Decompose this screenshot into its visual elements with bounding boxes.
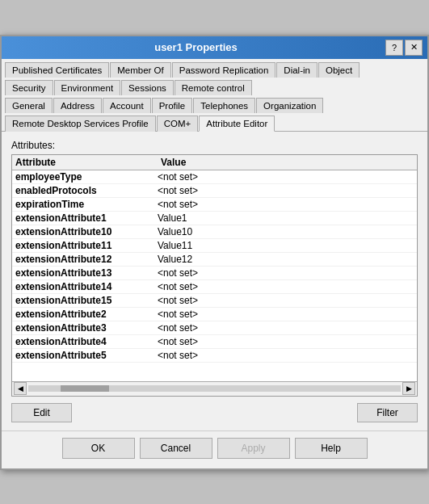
attribute-name: extensionAttribute3	[15, 322, 158, 334]
table-row[interactable]: extensionAttribute14<not set>	[12, 280, 417, 294]
attribute-value: Value10	[158, 226, 414, 237]
tab-organization[interactable]: Organization	[256, 98, 323, 113]
attribute-name: expirationTime	[15, 199, 158, 210]
scroll-track[interactable]	[28, 385, 401, 392]
tab-rdp[interactable]: Remote Desktop Services Profile	[5, 116, 156, 132]
attribute-value: <not set>	[158, 309, 414, 320]
attribute-name: extensionAttribute13	[15, 267, 158, 279]
attribute-name: enabledProtocols	[15, 185, 158, 196]
table-row[interactable]: extensionAttribute12Value12	[12, 253, 417, 267]
content-area: Attributes: Attribute Value employeeType…	[2, 132, 427, 430]
attribute-name: extensionAttribute5	[15, 350, 158, 361]
tab-account[interactable]: Account	[103, 98, 151, 113]
tab-dial-in[interactable]: Dial-in	[276, 62, 318, 78]
scroll-right-button[interactable]: ▶	[402, 382, 415, 395]
attribute-value: Value1	[158, 212, 414, 224]
scroll-thumb[interactable]	[61, 385, 109, 392]
close-title-button[interactable]: ✕	[405, 40, 423, 56]
attribute-value: Value12	[158, 254, 414, 265]
title-bar: user1 Properties ? ✕	[2, 36, 427, 59]
table-row[interactable]: extensionAttribute11Value11	[12, 239, 417, 253]
tab-sessions[interactable]: Sessions	[121, 80, 174, 95]
tab-member-of[interactable]: Member Of	[110, 62, 171, 78]
edit-button[interactable]: Edit	[11, 403, 72, 422]
attribute-value: <not set>	[158, 281, 414, 292]
table-row[interactable]: extensionAttribute5<not set>	[12, 349, 417, 363]
tab-row-3: General Address Account Profile Telephon…	[2, 94, 427, 112]
tab-row-4: Remote Desktop Services Profile COM+ Att…	[2, 112, 427, 131]
footer-row: OK Cancel Apply Help	[2, 430, 427, 468]
attribute-name: extensionAttribute15	[15, 295, 158, 306]
scroll-left-button[interactable]: ◀	[14, 382, 27, 395]
tab-profile[interactable]: Profile	[152, 98, 193, 113]
table-row[interactable]: extensionAttribute2<not set>	[12, 308, 417, 321]
filter-button[interactable]: Filter	[357, 403, 418, 422]
tab-security[interactable]: Security	[5, 80, 53, 95]
attribute-name: extensionAttribute11	[15, 240, 158, 251]
attribute-value: <not set>	[158, 295, 414, 306]
tab-object[interactable]: Object	[318, 62, 360, 78]
attribute-value: <not set>	[158, 336, 414, 347]
attribute-name: extensionAttribute4	[15, 336, 158, 347]
table-row[interactable]: extensionAttribute1Value1	[12, 212, 417, 225]
table-row[interactable]: extensionAttribute15<not set>	[12, 294, 417, 308]
attribute-name: extensionAttribute14	[15, 281, 158, 292]
attributes-scroll[interactable]: employeeType<not set>enabledProtocols<no…	[12, 170, 417, 381]
attribute-name: extensionAttribute2	[15, 309, 158, 320]
tab-published-certificates[interactable]: Published Certificates	[5, 62, 109, 78]
value-column-header: Value	[161, 157, 414, 168]
attr-button-row: Edit Filter	[11, 403, 418, 422]
table-row[interactable]: extensionAttribute13<not set>	[12, 267, 417, 280]
tab-row-2: Security Environment Sessions Remote con…	[2, 77, 427, 94]
table-row[interactable]: expirationTime<not set>	[12, 198, 417, 212]
window-title: user1 Properties	[6, 41, 385, 53]
attribute-name: extensionAttribute12	[15, 254, 158, 265]
ok-button[interactable]: OK	[62, 438, 135, 459]
tab-address[interactable]: Address	[53, 98, 102, 113]
table-row[interactable]: extensionAttribute3<not set>	[12, 321, 417, 335]
tab-com[interactable]: COM+	[157, 116, 199, 132]
attribute-name: extensionAttribute1	[15, 212, 158, 224]
apply-button[interactable]: Apply	[217, 438, 290, 459]
tab-telephones[interactable]: Telephones	[193, 98, 255, 113]
cancel-button[interactable]: Cancel	[140, 438, 212, 459]
tab-general[interactable]: General	[5, 98, 53, 113]
help-title-button[interactable]: ?	[385, 40, 403, 56]
table-row[interactable]: extensionAttribute10Value10	[12, 225, 417, 239]
attribute-name: employeeType	[15, 171, 158, 183]
table-row[interactable]: employeeType<not set>	[12, 170, 417, 184]
attributes-label: Attributes:	[11, 140, 418, 151]
tab-remote-control[interactable]: Remote control	[175, 80, 252, 95]
attribute-value: <not set>	[158, 267, 414, 279]
attributes-box: Attribute Value employeeType<not set>ena…	[11, 154, 418, 397]
attribute-name: extensionAttribute10	[15, 226, 158, 237]
attribute-value: <not set>	[158, 199, 414, 210]
tab-container: Published Certificates Member Of Passwor…	[2, 59, 427, 132]
attribute-value: <not set>	[158, 171, 414, 183]
attribute-value: <not set>	[158, 185, 414, 196]
table-row[interactable]: enabledProtocols<not set>	[12, 184, 417, 198]
help-button[interactable]: Help	[295, 438, 368, 459]
attribute-value: <not set>	[158, 322, 414, 334]
attribute-value: <not set>	[158, 350, 414, 361]
attribute-value: Value11	[158, 240, 414, 251]
properties-window: user1 Properties ? ✕ Published Certifica…	[0, 35, 429, 470]
attributes-header: Attribute Value	[12, 155, 417, 170]
attribute-column-header: Attribute	[15, 157, 161, 168]
title-controls: ? ✕	[385, 40, 423, 56]
tab-environment[interactable]: Environment	[54, 80, 121, 95]
tab-row-1: Published Certificates Member Of Passwor…	[2, 59, 427, 77]
tab-password-replication[interactable]: Password Replication	[172, 62, 276, 78]
horizontal-scrollbar[interactable]: ◀ ▶	[12, 381, 417, 396]
tab-attribute-editor[interactable]: Attribute Editor	[199, 116, 275, 132]
table-row[interactable]: extensionAttribute4<not set>	[12, 335, 417, 349]
